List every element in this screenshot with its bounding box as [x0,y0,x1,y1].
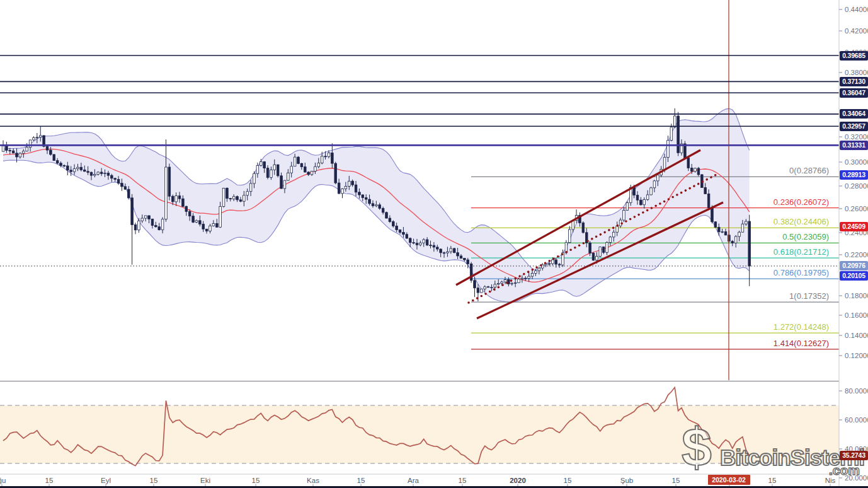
x-axis-label: 15 [459,477,467,484]
candle-body [741,224,744,232]
candle-body [663,158,666,170]
candle-body [6,146,8,150]
candle-body [345,187,347,189]
candle-body [677,116,680,153]
price-badge: 0.39685 [840,51,868,61]
candle-body [667,141,670,158]
candle-body [131,198,134,225]
candle-body [263,161,266,168]
fib-level-label: 0.5(0.23059) [782,232,829,241]
chart-canvas[interactable]: 0(0.28766)0.236(0.26072)0.382(0.24406)0.… [0,0,868,488]
fib-level-label: 1.272(0.14248) [774,322,829,332]
fib-level-label: 1.414(0.12627) [774,339,829,348]
candle-body [290,166,293,173]
candle-body [673,116,676,127]
candle-body [124,187,127,189]
candle-body [226,188,229,198]
price-axis-label: 0.32000 [845,133,868,141]
candle-body [229,199,232,199]
x-axis-label: ğu [0,477,6,484]
candle-body [457,253,459,256]
candle-body [287,173,290,180]
x-axis-label: 15 [564,477,572,484]
candle-body [497,284,500,284]
candle-body [731,241,734,243]
candle-body [477,288,479,293]
candle-body [368,199,371,204]
x-axis-label: Ara [408,477,420,484]
candle-body [73,169,76,172]
x-axis-label: Şub [620,477,633,484]
candle-body [249,183,252,192]
date-badge: 2020-03-02 [708,475,750,485]
candle-body [487,287,489,288]
candle-body [389,218,391,221]
candle-body [480,289,483,293]
candle-body [351,181,354,185]
candle-body [738,232,741,236]
candle-body [195,221,198,223]
candle-body [524,278,527,279]
candle-body [606,242,608,252]
candle-body [199,221,202,224]
candle-body [453,248,455,253]
candle-body [155,226,157,227]
x-axis-label: 2020 [510,477,526,484]
candle-body [460,256,462,259]
candle-body [348,181,350,186]
fib-level-label: 0.382(0.24406) [774,217,829,226]
candle-body [568,229,571,243]
candle-body [141,218,144,221]
candle-body [185,206,188,211]
candle-body [304,167,306,172]
price-axis-label: 0.16000 [845,311,868,319]
candle-body [589,243,591,253]
candle-body [491,288,493,288]
candle-body [616,226,619,232]
candle-body [104,173,106,173]
price-axis-label: 0.14000 [845,332,868,339]
candle-body [9,151,11,151]
candle-body [29,140,31,148]
candle-body [697,168,700,175]
candle-body [687,158,690,168]
candle-body [138,221,140,230]
candle-body [317,163,320,167]
candle-body [114,178,117,180]
candle-body [83,170,86,171]
candle-body [484,287,486,289]
candle-body [111,175,113,178]
candle-body [121,183,123,187]
candle-body [171,196,174,202]
candle-body [219,206,222,227]
candle-body [158,227,161,230]
candle-body [694,168,697,171]
candle-body [633,187,636,195]
candle-body [399,229,401,232]
candle-body [721,231,724,232]
candle-body [148,216,151,219]
candle-body [260,161,262,165]
price-badge: 0.20105 [840,271,868,281]
candle-body [253,173,256,183]
candle-body [2,146,4,151]
price-axis-label: 0.42000 [845,27,868,35]
candle-body [192,216,195,223]
candle-body [70,170,72,171]
candle-body [16,153,18,157]
candle-body [650,188,653,195]
candle-body [596,256,598,260]
candle-body [717,228,720,232]
candle-body [626,203,629,211]
trading-chart[interactable]: 0(0.28766)0.236(0.26072)0.382(0.24406)0.… [0,0,868,488]
candle-body [646,195,649,199]
candle-body [552,260,554,264]
candle-body [100,172,103,173]
candle-body [243,195,246,201]
candle-body [531,274,534,277]
candle-body [165,167,168,219]
price-badge: 0.34064 [840,109,868,119]
price-axis-label: 0.30000 [845,158,868,166]
candle-body [56,161,59,163]
candle-body [392,222,394,226]
